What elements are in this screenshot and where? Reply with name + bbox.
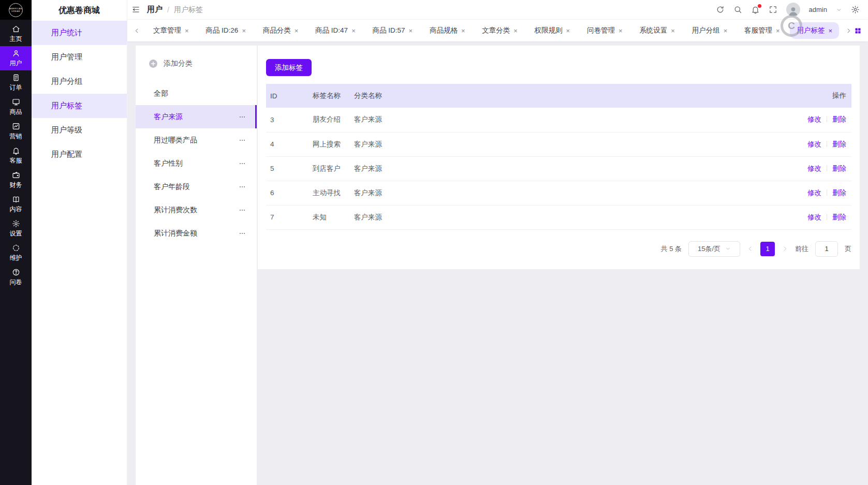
rail-item-order[interactable]: 订单 (0, 70, 32, 95)
delete-link[interactable]: 删除 (832, 115, 846, 123)
edit-link[interactable]: 修改 (807, 140, 821, 148)
tab-1[interactable]: 商品 ID:26× (199, 22, 253, 39)
search-icon[interactable] (733, 5, 742, 14)
pagination-prev-icon[interactable] (747, 245, 754, 252)
edit-link[interactable]: 修改 (807, 165, 821, 172)
tab-close-icon[interactable]: × (619, 27, 623, 34)
tab-close-icon[interactable]: × (409, 27, 413, 34)
tab-close-icon[interactable]: × (776, 27, 780, 34)
tab-close-icon[interactable]: × (513, 27, 518, 34)
tabs-scroll-left-icon[interactable] (134, 27, 140, 34)
tab-close-icon[interactable]: × (724, 27, 728, 34)
rail-item-finance[interactable]: 财务 (0, 168, 32, 192)
more-dots-icon[interactable] (238, 159, 246, 168)
tab-close-icon[interactable]: × (828, 27, 832, 34)
category-item-0[interactable]: 全部 (136, 82, 257, 105)
rail-item-maintain[interactable]: 维护 (0, 241, 32, 265)
tab-close-icon[interactable]: × (461, 27, 465, 34)
tab-2[interactable]: 商品分类× (256, 22, 305, 39)
rail-item-marketing[interactable]: 营销 (0, 119, 32, 143)
more-dots-icon[interactable] (238, 136, 246, 144)
sidebar-item-5[interactable]: 用户配置 (32, 142, 127, 167)
category-item-3[interactable]: 客户性别 (136, 152, 257, 175)
category-item-4[interactable]: 客户年龄段 (136, 175, 257, 198)
marketing-icon (12, 122, 20, 130)
tab-6[interactable]: 文章分类× (475, 22, 524, 39)
fullscreen-icon[interactable] (769, 5, 777, 14)
tab-9[interactable]: 系统设置× (632, 22, 682, 39)
tab-close-icon[interactable]: × (566, 27, 570, 34)
rail-item-home[interactable]: 主页 (0, 22, 32, 46)
more-dots-icon[interactable] (238, 206, 246, 214)
category-panel: 添加分类 全部客户来源用过哪类产品客户性别客户年龄段累计消费次数累计消费金额 (136, 46, 257, 485)
tab-close-icon[interactable]: × (295, 27, 299, 34)
sidebar-item-4[interactable]: 用户等级 (32, 118, 127, 142)
tab-close-icon[interactable]: × (671, 27, 675, 34)
avatar[interactable] (786, 3, 800, 17)
tabs-scroll-right-icon[interactable] (845, 27, 852, 34)
sidebar-item-1[interactable]: 用户管理 (32, 45, 127, 69)
tab-8[interactable]: 问卷管理× (580, 22, 629, 39)
tab-7[interactable]: 权限规则× (528, 22, 577, 39)
page-size-select[interactable]: 15条/页 (688, 241, 740, 257)
rail-item-service[interactable]: 客服 (0, 143, 32, 168)
rail-item-user[interactable]: 用户 (0, 46, 32, 70)
rail-item-goods[interactable]: 商品 (0, 95, 32, 119)
tab-close-icon[interactable]: × (351, 27, 356, 34)
more-dots-icon[interactable] (238, 113, 246, 121)
tab-0[interactable]: 文章管理× (146, 22, 196, 39)
category-item-2[interactable]: 用过哪类产品 (136, 128, 257, 152)
sidebar-item-0[interactable]: 用户统计 (32, 21, 127, 45)
tab-4[interactable]: 商品 ID:57× (366, 22, 420, 39)
rail-item-label: 商品 (10, 108, 22, 116)
settings-icon (12, 219, 20, 228)
tab-3[interactable]: 商品 ID:47× (308, 22, 362, 39)
home-icon (12, 25, 20, 33)
action-divider (827, 189, 827, 196)
pagination: 共 5 条 15条/页 1 前往 页 (266, 241, 851, 257)
pagination-page-button[interactable]: 1 (760, 242, 775, 256)
delete-link[interactable]: 删除 (832, 189, 846, 197)
column-header-name: 标签名称 (308, 84, 350, 108)
more-dots-icon[interactable] (238, 183, 246, 191)
more-dots-icon[interactable] (238, 229, 246, 238)
delete-link[interactable]: 删除 (832, 165, 846, 172)
tab-label: 文章管理 (153, 26, 181, 35)
tab-11[interactable]: 客服管理× (738, 22, 787, 39)
edit-link[interactable]: 修改 (807, 213, 821, 221)
add-tag-button[interactable]: 添加标签 (266, 59, 312, 76)
collapse-sidebar-icon[interactable] (131, 5, 140, 14)
action-divider (827, 214, 827, 220)
tab-close-icon[interactable]: × (242, 27, 246, 34)
rail-item-settings[interactable]: 设置 (0, 216, 32, 241)
rail-item-label: 用户 (10, 59, 22, 68)
tab-menu-grid-icon[interactable] (854, 27, 862, 35)
app-logo[interactable]: AMERICAN DREAM (0, 0, 32, 20)
edit-link[interactable]: 修改 (807, 115, 821, 123)
cell-category: 客户来源 (350, 205, 774, 229)
tab-10[interactable]: 用户分组× (685, 22, 734, 39)
delete-link[interactable]: 删除 (832, 213, 846, 221)
tab-close-icon[interactable]: × (185, 27, 189, 34)
rail-item-survey[interactable]: 问卷 (0, 265, 32, 289)
category-item-5[interactable]: 累计消费次数 (136, 198, 257, 222)
notification-bell-icon[interactable] (751, 5, 760, 14)
tab-5[interactable]: 商品规格× (423, 22, 472, 39)
pagination-next-icon[interactable] (782, 245, 788, 252)
table-row: 3朋友介绍客户来源修改删除 (266, 108, 851, 132)
username[interactable]: admin (809, 6, 827, 13)
goto-page-input[interactable] (815, 241, 838, 257)
tab-12[interactable]: 用户标签× (790, 22, 839, 39)
sidebar-item-3[interactable]: 用户标签 (32, 94, 127, 118)
sidebar-item-2[interactable]: 用户分组 (32, 69, 127, 94)
category-item-6[interactable]: 累计消费金额 (136, 222, 257, 245)
sidebar: 优惠卷商城 用户统计用户管理用户分组用户标签用户等级用户配置 (32, 0, 127, 485)
edit-link[interactable]: 修改 (807, 189, 821, 197)
category-item-1[interactable]: 客户来源 (136, 105, 257, 128)
delete-link[interactable]: 删除 (832, 140, 846, 148)
rail-item-content[interactable]: 内容 (0, 192, 32, 216)
settings-gear-icon[interactable] (851, 5, 860, 14)
chevron-down-icon[interactable] (836, 7, 842, 13)
refresh-icon[interactable] (716, 5, 725, 14)
add-category-button[interactable]: 添加分类 (136, 53, 257, 75)
